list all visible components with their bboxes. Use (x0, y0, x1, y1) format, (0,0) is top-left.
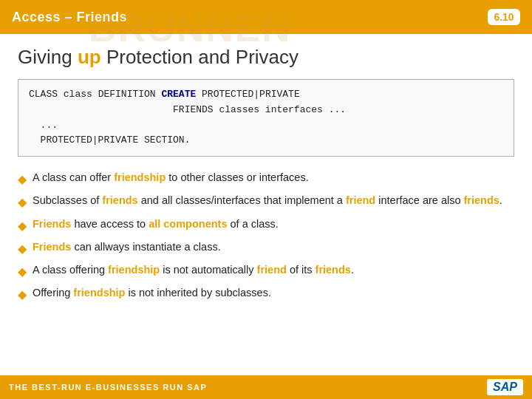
header-bar: Access – Friends 6.10 (0, 0, 532, 34)
heading-up: up (78, 46, 101, 68)
list-item: ◆ A class offering friendship is not aut… (18, 262, 514, 280)
highlight: friendship (114, 171, 166, 183)
heading-suffix: Protection and Privacy (101, 46, 299, 68)
highlight: Friends (33, 218, 71, 230)
heading-prefix: Giving (18, 46, 78, 68)
highlight: all components (149, 218, 227, 230)
highlight: friendship (108, 264, 160, 276)
bullet-text: Friends can allways instantiate a class. (33, 239, 221, 255)
highlight: Friends (33, 241, 71, 253)
bullet-diamond: ◆ (18, 286, 27, 303)
sap-logo: SAP (487, 379, 523, 395)
bullet-text: A class can offer friendship to other cl… (33, 170, 309, 185)
footer-text: THE BEST-RUN E-BUSINESSES RUN SAP (9, 383, 207, 392)
bullet-diamond: ◆ (18, 194, 27, 211)
code-create: CREATE (161, 89, 196, 100)
code-definition: DEFINITION (92, 89, 162, 100)
slide-badge: 6.10 (488, 9, 520, 25)
code-line-2: FRIENDS classes interfaces ... (29, 103, 503, 118)
highlight: friends (464, 194, 499, 206)
bullet-text: Subclasses of friends and all classes/in… (33, 193, 502, 208)
bullet-diamond: ◆ (18, 240, 27, 257)
highlight: friendship (73, 287, 125, 299)
bullet-list: ◆ A class can offer friendship to other … (18, 170, 514, 303)
bullet-text: Offering friendship is not inherited by … (33, 285, 271, 301)
highlight: friends (102, 194, 137, 206)
main-content: Giving up Protection and Privacy CLASS c… (0, 34, 532, 316)
list-item: ◆ Friends can allways instantiate a clas… (18, 239, 514, 257)
bullet-diamond: ◆ (18, 263, 27, 280)
bullet-diamond: ◆ (18, 171, 27, 188)
highlight: friends (316, 264, 351, 276)
code-class: CLASS (29, 89, 64, 100)
list-item: ◆ Offering friendship is not inherited b… (18, 285, 514, 303)
footer-bar: THE BEST-RUN E-BUSINESSES RUN SAP SAP (0, 375, 532, 399)
code-line-4: PROTECTED|PRIVATE SECTION. (29, 133, 503, 149)
bullet-text: A class offering friendship is not autom… (33, 262, 354, 278)
list-item: ◆ Subclasses of friends and all classes/… (18, 193, 514, 211)
highlight: friend (346, 194, 375, 206)
highlight: friend (257, 264, 287, 276)
code-block: CLASS class DEFINITION CREATE PROTECTED|… (18, 79, 514, 157)
code-class-keyword: class (64, 89, 92, 100)
code-line-1: CLASS class DEFINITION CREATE PROTECTED|… (29, 87, 503, 103)
code-line-3: ... (29, 118, 503, 134)
code-protected: PROTECTED|PRIVATE (196, 89, 299, 100)
bullet-text: Friends have access to all components of… (33, 216, 279, 232)
header-title: Access – Friends (12, 10, 127, 25)
bullet-diamond: ◆ (18, 217, 27, 234)
list-item: ◆ Friends have access to all components … (18, 216, 514, 234)
list-item: ◆ A class can offer friendship to other … (18, 170, 514, 188)
page-heading: Giving up Protection and Privacy (18, 46, 514, 69)
